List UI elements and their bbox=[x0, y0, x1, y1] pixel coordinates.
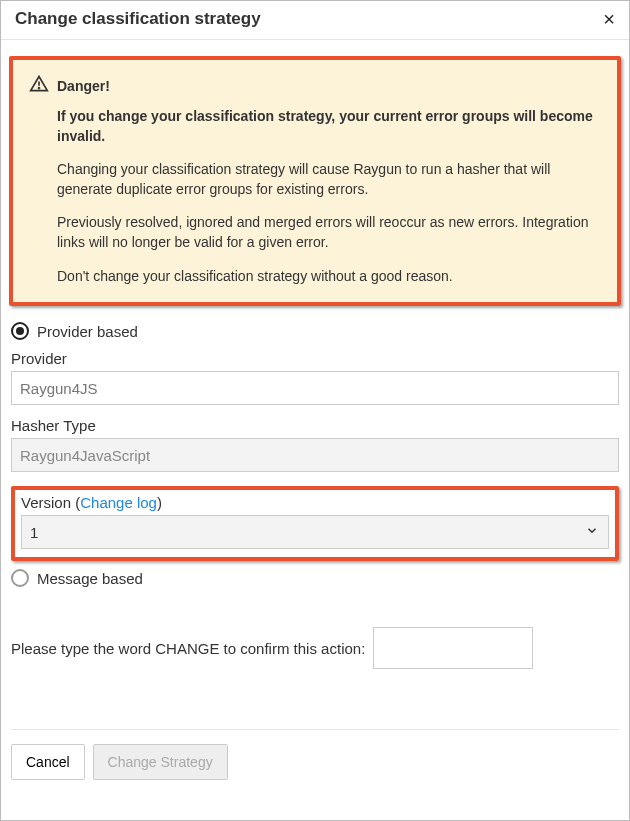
version-select[interactable]: 1 bbox=[21, 515, 609, 549]
version-label: Version (Change log) bbox=[21, 494, 609, 511]
warning-icon bbox=[29, 74, 49, 97]
svg-point-1 bbox=[39, 88, 40, 89]
cancel-button[interactable]: Cancel bbox=[11, 744, 85, 780]
danger-text-1: Changing your classification strategy wi… bbox=[57, 160, 601, 199]
dialog-title: Change classification strategy bbox=[15, 9, 261, 29]
radio-selected-icon bbox=[11, 322, 29, 340]
close-button[interactable]: × bbox=[599, 9, 619, 29]
danger-header: Danger! bbox=[29, 74, 601, 97]
danger-title: Danger! bbox=[57, 78, 110, 94]
change-strategy-button[interactable]: Change Strategy bbox=[93, 744, 228, 780]
danger-highlight: Danger! If you change your classificatio… bbox=[9, 56, 621, 306]
danger-text-3: Don't change your classification strateg… bbox=[57, 267, 601, 287]
version-select-wrap: 1 bbox=[21, 515, 609, 549]
confirm-label: Please type the word CHANGE to confirm t… bbox=[11, 640, 365, 657]
dialog-body: Danger! If you change your classificatio… bbox=[1, 40, 629, 820]
confirm-input[interactable] bbox=[373, 627, 533, 669]
radio-message-based[interactable]: Message based bbox=[11, 569, 619, 587]
close-icon: × bbox=[603, 8, 615, 30]
dialog-header: Change classification strategy × bbox=[1, 1, 629, 40]
radio-provider-based[interactable]: Provider based bbox=[11, 322, 619, 340]
provider-label: Provider bbox=[11, 350, 619, 367]
change-classification-dialog: Change classification strategy × Danger! bbox=[0, 0, 630, 821]
radio-provider-label: Provider based bbox=[37, 323, 138, 340]
danger-strong-text: If you change your classification strate… bbox=[57, 107, 601, 146]
radio-unselected-icon bbox=[11, 569, 29, 587]
dialog-footer: Cancel Change Strategy bbox=[11, 729, 619, 800]
radio-message-label: Message based bbox=[37, 570, 143, 587]
form-section: Provider based Provider Hasher Type Vers… bbox=[9, 318, 621, 800]
danger-text-2: Previously resolved, ignored and merged … bbox=[57, 213, 601, 252]
hasher-type-input[interactable] bbox=[11, 438, 619, 472]
change-log-link[interactable]: Change log bbox=[80, 494, 157, 511]
danger-body: If you change your classification strate… bbox=[57, 107, 601, 286]
version-label-suffix: ) bbox=[157, 494, 162, 511]
version-label-prefix: Version ( bbox=[21, 494, 80, 511]
version-highlight: Version (Change log) 1 bbox=[11, 486, 619, 561]
confirm-row: Please type the word CHANGE to confirm t… bbox=[11, 627, 619, 669]
hasher-type-label: Hasher Type bbox=[11, 417, 619, 434]
danger-alert: Danger! If you change your classificatio… bbox=[13, 60, 617, 302]
provider-input[interactable] bbox=[11, 371, 619, 405]
